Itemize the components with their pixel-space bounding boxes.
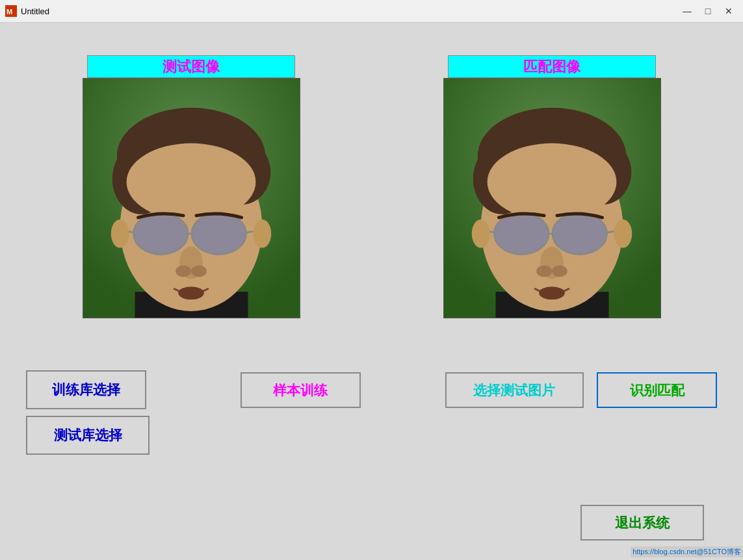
svg-point-19 (178, 286, 204, 299)
buttons-row2: 测试库选择 (26, 416, 717, 455)
svg-point-12 (191, 213, 245, 255)
test-lib-button[interactable]: 测试库选择 (26, 416, 150, 455)
exit-button[interactable]: 退出系统 (580, 505, 704, 541)
svg-point-11 (133, 213, 187, 255)
title-controls: — □ ✕ (678, 4, 738, 18)
match-image-display (443, 78, 661, 318)
test-image-display (83, 78, 300, 318)
svg-point-37 (539, 286, 565, 299)
window-title: Untitled (21, 6, 49, 16)
svg-point-36 (552, 265, 567, 277)
svg-point-29 (494, 213, 548, 255)
svg-point-39 (614, 220, 632, 248)
svg-point-10 (126, 144, 255, 221)
test-image-label: 测试图像 (87, 55, 295, 78)
images-section: 测试图像 (26, 55, 717, 318)
train-lib-button[interactable]: 训练库选择 (26, 370, 146, 409)
maximize-button[interactable]: □ (699, 4, 717, 18)
svg-point-20 (111, 220, 129, 248)
match-image-label: 匹配图像 (448, 55, 656, 78)
svg-point-30 (552, 213, 606, 255)
watermark: https://blog.csdn.net@51CTO博客 (631, 546, 743, 557)
main-content: 测试图像 (0, 23, 743, 560)
title-bar: M Untitled — □ ✕ (0, 0, 743, 23)
buttons-row1: 训练库选择 样本训练 选择测试图片 识别匹配 (26, 370, 717, 409)
buttons-section: 训练库选择 样本训练 选择测试图片 识别匹配 测试库选择 (26, 370, 717, 455)
close-button[interactable]: ✕ (720, 4, 738, 18)
svg-point-35 (536, 265, 552, 277)
title-left: M Untitled (5, 5, 49, 17)
sample-train-button[interactable]: 样本训练 (241, 372, 361, 408)
recognize-button[interactable]: 识别匹配 (597, 372, 717, 408)
svg-point-38 (471, 220, 489, 248)
test-image-panel: 测试图像 (83, 55, 300, 318)
svg-point-18 (191, 265, 207, 277)
svg-text:M: M (7, 8, 12, 16)
matlab-icon: M (5, 5, 17, 17)
minimize-button[interactable]: — (678, 4, 696, 18)
match-image-panel: 匹配图像 (443, 55, 661, 318)
svg-point-21 (253, 220, 271, 248)
select-test-button[interactable]: 选择测试图片 (445, 372, 584, 408)
svg-point-28 (487, 144, 616, 221)
svg-point-17 (176, 265, 191, 277)
